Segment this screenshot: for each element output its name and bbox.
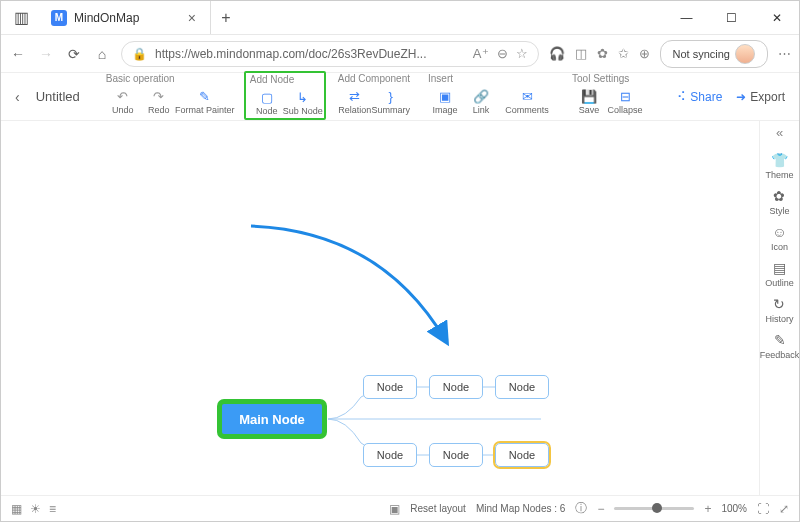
share-button[interactable]: ⠪Share [677,90,722,104]
icon-button[interactable]: ☺Icon [771,224,788,252]
mindmap-edges [1,121,759,495]
fullscreen-icon[interactable]: ⤢ [779,502,789,516]
zoom-slider[interactable] [614,507,694,510]
panel-collapse-icon[interactable]: « [776,125,783,140]
browser-tab[interactable]: M MindOnMap × [41,1,211,34]
summary-icon: } [389,88,393,104]
tab-title: MindOnMap [74,11,177,25]
extensions-icon[interactable]: ✿ [597,46,608,61]
sun-icon[interactable]: ☀ [30,502,41,516]
help-icon[interactable]: ⓘ [575,500,587,517]
collections-icon[interactable]: ⊕ [639,46,650,61]
sync-button[interactable]: Not syncing [660,40,768,68]
home-icon[interactable]: ⌂ [93,46,111,62]
sub-node-3[interactable]: Node [495,375,549,399]
undo-button[interactable]: ↶Undo [106,86,140,117]
sub-node-6[interactable]: Node [495,443,549,467]
tab-close-icon[interactable]: × [184,10,200,26]
subnode-icon: ↳ [297,89,308,105]
group-tool: Tool Settings 💾Save ⊟Collapse [566,73,648,120]
group-insert-label: Insert [428,73,554,84]
feedback-icon: ✎ [774,332,786,348]
redo-button[interactable]: ↷Redo [142,86,176,117]
style-button[interactable]: ✿Style [769,188,789,216]
grid-icon[interactable]: ▦ [11,502,22,516]
link-button[interactable]: 🔗Link [464,86,498,117]
group-insert: Insert ▣Image 🔗Link ✉Comments [422,73,560,120]
relation-button[interactable]: ⇄Relation [338,86,372,117]
outline-icon: ▤ [773,260,786,276]
menu-icon[interactable]: ⋯ [778,46,791,61]
app-header: ‹ Untitled Basic operation ↶Undo ↷Redo ✎… [1,73,799,121]
cube-icon[interactable]: ◫ [575,46,587,61]
group-add-component: Add Component ⇄Relation }Summary [332,73,416,120]
comments-button[interactable]: ✉Comments [500,86,554,117]
outline-button[interactable]: ▤Outline [765,260,794,288]
group-tool-label: Tool Settings [572,73,642,84]
style-icon: ✿ [773,188,785,204]
reset-icon[interactable]: ▣ [389,502,400,516]
image-icon: ▣ [439,88,451,104]
annotation-arrow [241,221,461,351]
statusbar-left: ▦ ☀ ≡ [11,502,56,516]
lock-icon: 🔒 [132,47,147,61]
export-button[interactable]: ➜Export [736,90,785,104]
canvas-wrap: Main Node Node Node Node Node Node Node … [1,121,799,495]
minimize-button[interactable]: — [664,1,709,34]
redo-icon: ↷ [153,88,164,104]
canvas[interactable]: Main Node Node Node Node Node Node Node [1,121,759,495]
side-panel: « 👕Theme ✿Style ☺Icon ▤Outline ↻History … [759,121,799,495]
back-chevron-icon[interactable]: ‹ [15,89,20,105]
node-count: Mind Map Nodes : 6 [476,503,566,514]
headphones-icon[interactable]: 🎧 [549,46,565,61]
back-icon[interactable]: ← [9,46,27,62]
group-add-node: Add Node ▢Node ↳Sub Node [244,71,326,120]
status-bar: ▦ ☀ ≡ ▣ Reset layout Mind Map Nodes : 6 … [1,495,799,521]
maximize-button[interactable]: ☐ [709,1,754,34]
sub-node-4[interactable]: Node [363,443,417,467]
zoom-out-icon[interactable]: ⊖ [497,46,508,61]
subnode-button[interactable]: ↳Sub Node [286,87,320,118]
doc-title[interactable]: Untitled [36,89,80,104]
ribbon: Basic operation ↶Undo ↷Redo ✎Format Pain… [100,73,648,120]
brush-icon: ✎ [199,88,210,104]
feedback-button[interactable]: ✎Feedback [760,332,800,360]
sub-node-5[interactable]: Node [429,443,483,467]
sub-node-2[interactable]: Node [429,375,483,399]
reader-icon[interactable]: A⁺ [473,46,489,61]
close-button[interactable]: ✕ [754,1,799,34]
list-icon[interactable]: ≡ [49,502,56,516]
reset-label[interactable]: Reset layout [410,503,466,514]
main-node[interactable]: Main Node [219,401,325,437]
forward-icon[interactable]: → [37,46,55,62]
tabs-button[interactable]: ▥ [1,1,41,34]
summary-button[interactable]: }Summary [374,86,408,117]
group-basic-label: Basic operation [106,73,232,84]
zoom-out-btn[interactable]: − [597,502,604,516]
link-icon: 🔗 [473,88,489,104]
browser-titlebar: ▥ M MindOnMap × + — ☐ ✕ [1,1,799,35]
collapse-button[interactable]: ⊟Collapse [608,86,642,117]
node-icon: ▢ [261,89,273,105]
refresh-icon[interactable]: ⟳ [65,46,83,62]
undo-icon: ↶ [117,88,128,104]
save-icon: 💾 [581,88,597,104]
fit-icon[interactable]: ⛶ [757,502,769,516]
theme-button[interactable]: 👕Theme [765,152,793,180]
image-button[interactable]: ▣Image [428,86,462,117]
star-icon[interactable]: ☆ [516,46,528,61]
favorites-icon[interactable]: ✩ [618,46,629,61]
share-icon: ⠪ [677,90,686,104]
history-button[interactable]: ↻History [765,296,793,324]
window-controls: — ☐ ✕ [664,1,799,34]
zoom-in-btn[interactable]: + [704,502,711,516]
node-button[interactable]: ▢Node [250,87,284,118]
group-basic: Basic operation ↶Undo ↷Redo ✎Format Pain… [100,73,238,120]
url-input[interactable]: 🔒 https://web.mindonmap.com/doc/26s3RevD… [121,41,539,67]
theme-icon: 👕 [771,152,788,168]
save-button[interactable]: 💾Save [572,86,606,117]
format-painter-button[interactable]: ✎Format Painter [178,86,232,117]
new-tab-button[interactable]: + [211,1,241,34]
smile-icon: ☺ [772,224,786,240]
sub-node-1[interactable]: Node [363,375,417,399]
